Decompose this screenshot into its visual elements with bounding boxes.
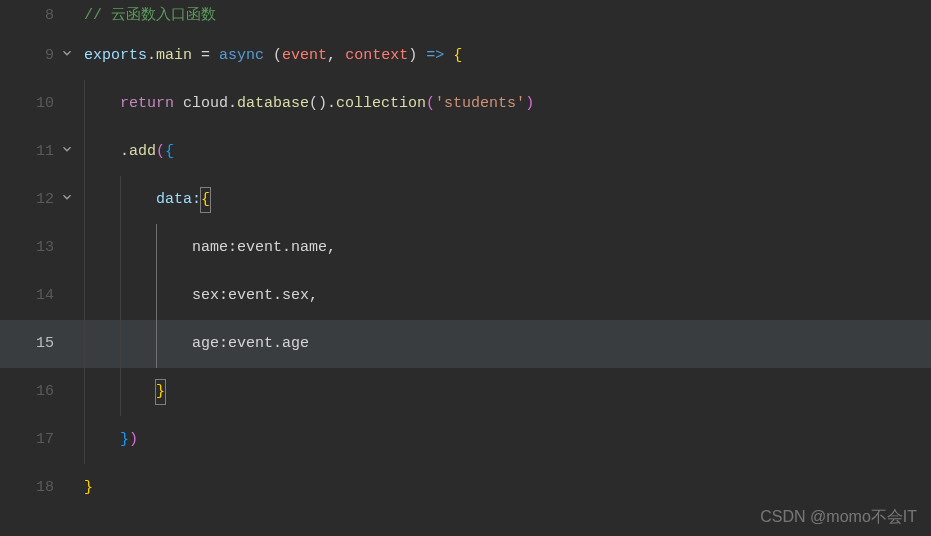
watermark: CSDN @momo不会IT: [760, 507, 917, 528]
code-editor[interactable]: 8 9 10 11 12 13 14 15 16 17: [0, 0, 931, 536]
code-line[interactable]: return cloud.database().collection('stud…: [76, 92, 931, 140]
code-line[interactable]: age:event.age: [76, 332, 931, 380]
code-area[interactable]: // 云函数入口函数 exports.main = async (event, …: [76, 0, 931, 536]
gutter-row: 8: [0, 4, 76, 44]
gutter-row: 12: [0, 188, 76, 236]
line-number: 12: [36, 188, 54, 212]
comment-text: // 云函数入口函数: [84, 7, 216, 24]
chevron-down-icon[interactable]: [60, 142, 74, 156]
gutter-row: 17: [0, 428, 76, 476]
code-line[interactable]: // 云函数入口函数: [76, 4, 931, 44]
gutter-row: 9: [0, 44, 76, 92]
code-line[interactable]: }: [76, 380, 931, 428]
line-number: 10: [36, 92, 54, 116]
code-line[interactable]: exports.main = async (event, context) =>…: [76, 44, 931, 92]
chevron-down-icon[interactable]: [60, 190, 74, 204]
gutter-row: 14: [0, 284, 76, 332]
code-line[interactable]: sex:event.sex,: [76, 284, 931, 332]
line-number: 18: [36, 476, 54, 500]
line-number: 16: [36, 380, 54, 404]
chevron-down-icon[interactable]: [60, 46, 74, 60]
line-number: 17: [36, 428, 54, 452]
code-line[interactable]: name:event.name,: [76, 236, 931, 284]
gutter-row: 10: [0, 92, 76, 140]
code-line[interactable]: data:{: [76, 188, 931, 236]
gutter-row: 11: [0, 140, 76, 188]
line-number: 13: [36, 236, 54, 260]
gutter-row: 13: [0, 236, 76, 284]
line-number: 14: [36, 284, 54, 308]
line-number: 11: [36, 140, 54, 164]
gutter-row: 16: [0, 380, 76, 428]
code-line[interactable]: }): [76, 428, 931, 476]
line-number: 15: [36, 332, 54, 356]
gutter: 8 9 10 11 12 13 14 15 16 17: [0, 0, 76, 536]
gutter-row: 18: [0, 476, 76, 524]
gutter-row: 15: [0, 332, 76, 380]
line-number: 8: [45, 4, 54, 28]
code-line[interactable]: .add({: [76, 140, 931, 188]
line-number: 9: [45, 44, 54, 68]
